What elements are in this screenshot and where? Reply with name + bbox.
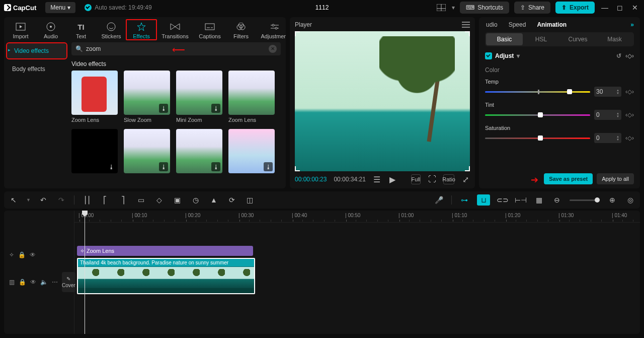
effect-card[interactable]: Zoom Lens bbox=[71, 71, 118, 123]
tab-adjustment[interactable]: Adjustment bbox=[257, 20, 286, 39]
effect-card[interactable]: ⭳ bbox=[176, 129, 222, 175]
layers-icon[interactable]: ▥ bbox=[9, 279, 15, 286]
split-icon[interactable]: ⎮⎮ bbox=[82, 194, 93, 206]
effect-card[interactable]: ⭳ bbox=[124, 129, 170, 175]
frame-icon[interactable]: ▣ bbox=[172, 194, 183, 206]
crop-handle-br[interactable] bbox=[465, 166, 470, 171]
slider-knob[interactable] bbox=[538, 136, 543, 141]
mute-icon[interactable]: 🔈 bbox=[40, 279, 48, 286]
window-close[interactable]: ✕ bbox=[630, 4, 640, 12]
share-button[interactable]: ⇪ Share bbox=[514, 2, 550, 14]
download-icon[interactable]: ⭳ bbox=[264, 162, 273, 171]
download-icon[interactable]: ⭳ bbox=[159, 162, 168, 171]
sidebar-item-body-effects[interactable]: Body effects bbox=[7, 61, 66, 77]
chevron-down-icon[interactable]: ▾ bbox=[517, 52, 520, 59]
redo-icon[interactable]: ↷ bbox=[56, 194, 67, 206]
clear-search-icon[interactable]: ✕ bbox=[269, 45, 277, 53]
rotate-icon[interactable]: ⟳ bbox=[226, 194, 237, 206]
keyframe-controls[interactable]: ‹◇› bbox=[625, 111, 634, 118]
slider-value-box[interactable]: 30▲▼ bbox=[594, 87, 621, 97]
save-preset-button[interactable]: Save as preset bbox=[544, 173, 593, 184]
slider-track[interactable] bbox=[485, 91, 590, 93]
timeline-ruler[interactable]: | 00:00| 00:10| 00:20| 00:30| 00:40| 00:… bbox=[74, 211, 640, 223]
crop-handle-bl[interactable] bbox=[295, 166, 300, 171]
lock-icon[interactable]: 🔒 bbox=[18, 251, 26, 258]
full-button[interactable]: Full bbox=[411, 174, 421, 184]
slider-track[interactable] bbox=[485, 138, 590, 139]
eye-icon[interactable]: 👁 bbox=[30, 251, 36, 258]
tab-transitions[interactable]: Transitions bbox=[157, 20, 193, 39]
chevron-down-icon[interactable]: ▾ bbox=[452, 4, 455, 11]
fit-icon[interactable]: ◎ bbox=[625, 194, 636, 206]
magnet-icon[interactable]: ⊔ bbox=[477, 194, 490, 206]
video-clip[interactable]: Thailand 4k beach background. Paradise n… bbox=[77, 258, 255, 294]
stepper-icon[interactable]: ▲▼ bbox=[616, 89, 619, 95]
player-menu-icon[interactable] bbox=[462, 22, 470, 28]
zoom-out-icon[interactable]: ⊖ bbox=[551, 194, 562, 206]
play-icon[interactable]: ▶ bbox=[388, 174, 397, 184]
cover-button[interactable]: ✎ Cover bbox=[62, 272, 75, 292]
sidebar-item-video-effects[interactable]: Video effects bbox=[7, 43, 66, 58]
mic-icon[interactable]: 🎤 bbox=[433, 194, 444, 206]
slider-knob[interactable] bbox=[538, 112, 543, 117]
crop-handle-tl[interactable] bbox=[295, 31, 300, 36]
zoom-in-icon[interactable]: ⊕ bbox=[607, 194, 618, 206]
layout-icon[interactable] bbox=[436, 2, 447, 13]
undo-icon[interactable]: ↶ bbox=[38, 194, 49, 206]
speed-icon[interactable]: ◷ bbox=[190, 194, 201, 206]
subtab-mask[interactable]: Mask bbox=[596, 33, 633, 45]
effect-card[interactable]: Zoom Lens bbox=[228, 71, 275, 123]
tab-speed[interactable]: Speed bbox=[509, 21, 526, 28]
keyframe-controls[interactable]: ‹◇› bbox=[625, 88, 634, 95]
adjust-checkbox[interactable] bbox=[485, 52, 492, 59]
crop-icon[interactable]: ◫ bbox=[245, 194, 256, 206]
collapse-icon[interactable]: » bbox=[630, 21, 634, 28]
subtab-basic[interactable]: Basic bbox=[486, 33, 523, 45]
zoom-slider[interactable] bbox=[570, 199, 600, 201]
tab-import[interactable]: Import bbox=[6, 20, 35, 39]
link-icon[interactable]: ⊂⊃ bbox=[497, 194, 508, 206]
align-icon[interactable]: ⊢⊣ bbox=[515, 194, 526, 206]
slider-track[interactable] bbox=[485, 114, 590, 116]
effect-card[interactable]: ⭳Slow Zoom bbox=[124, 71, 170, 123]
tab-audio-partial[interactable]: udio bbox=[486, 21, 498, 28]
shortcuts-button[interactable]: ⌨ Shortcuts bbox=[460, 2, 509, 14]
marker-icon[interactable]: ◇ bbox=[154, 194, 165, 206]
export-button[interactable]: ⬆ Export bbox=[555, 2, 595, 14]
ratio-button[interactable]: Ratio bbox=[443, 174, 454, 184]
player-preview[interactable] bbox=[295, 31, 470, 171]
menu-button[interactable]: Menu ▾ bbox=[45, 2, 75, 13]
trim-right-icon[interactable]: ⎤ bbox=[118, 194, 129, 206]
slider-value-box[interactable]: 0▲▼ bbox=[594, 133, 621, 143]
fx-clip[interactable]: ✧ Zoom Lens bbox=[77, 246, 253, 256]
tab-filters[interactable]: Filters bbox=[226, 20, 256, 39]
snap-icon[interactable]: ⊶ bbox=[459, 194, 470, 206]
pointer-tool-icon[interactable]: ↖ bbox=[8, 194, 19, 206]
apply-all-button[interactable]: Apply to all bbox=[597, 173, 634, 184]
chevron-down-icon[interactable]: ▼ bbox=[26, 197, 31, 202]
preview-icon[interactable]: ▦ bbox=[533, 194, 544, 206]
keyframe-controls[interactable]: ‹◇› bbox=[625, 134, 634, 142]
tab-animation[interactable]: Animation bbox=[537, 21, 567, 28]
reset-icon[interactable]: ↺ bbox=[616, 52, 621, 59]
stepper-icon[interactable]: ▲▼ bbox=[616, 135, 619, 141]
scan-icon[interactable]: ⛶ bbox=[428, 174, 436, 184]
effect-card[interactable]: ⭳ bbox=[71, 129, 118, 175]
download-icon[interactable]: ⭳ bbox=[211, 104, 220, 113]
timeline-canvas[interactable]: | 00:00| 00:10| 00:20| 00:30| 00:40| 00:… bbox=[74, 211, 640, 334]
delete-icon[interactable]: ▭ bbox=[136, 194, 147, 206]
slider-value-box[interactable]: 0▲▼ bbox=[594, 110, 621, 120]
star-icon[interactable]: ✧ bbox=[9, 251, 14, 258]
list-icon[interactable]: ☰ bbox=[373, 174, 381, 184]
eye-icon[interactable]: 👁 bbox=[30, 279, 36, 286]
expand-icon[interactable]: ⤢ bbox=[461, 174, 470, 184]
lock-icon[interactable]: 🔒 bbox=[19, 279, 26, 286]
tab-audio[interactable]: Audio bbox=[36, 20, 65, 39]
tab-captions[interactable]: Captions bbox=[194, 20, 225, 39]
tab-effects[interactable]: Effects bbox=[127, 20, 156, 39]
window-maximize[interactable]: ◻ bbox=[615, 4, 625, 12]
download-icon[interactable]: ⭳ bbox=[107, 162, 116, 171]
playhead[interactable] bbox=[85, 211, 85, 334]
trim-left-icon[interactable]: ⎡ bbox=[100, 194, 111, 206]
more-icon[interactable]: ⋯ bbox=[52, 279, 58, 286]
